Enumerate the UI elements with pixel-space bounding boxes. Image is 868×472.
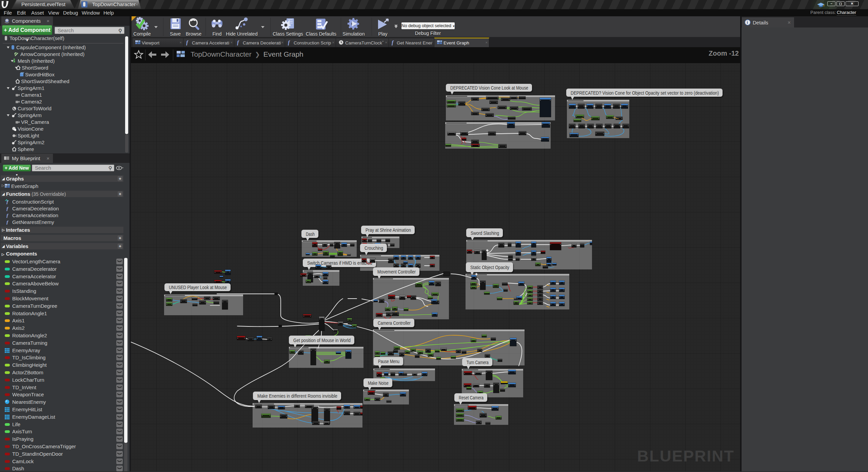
svg-text:f: f [6,206,9,211]
svg-text:f: f [392,40,394,45]
svg-text:Camera Controller: Camera Controller [378,320,411,326]
svg-text:f: f [6,199,9,204]
svg-text:f: f [186,40,189,45]
svg-text:f: f [288,40,290,45]
svg-text:Sword Slashing: Sword Slashing [471,230,499,236]
svg-text:Static Object Opacity: Static Object Opacity [470,264,509,270]
svg-text:UNUSED Player Look at Mouse: UNUSED Player Look at Mouse [169,284,227,290]
svg-text:Make Enemies in different Room: Make Enemies in different Rooms invisibl… [257,393,337,399]
svg-text:f: f [237,40,239,45]
svg-text:f: f [6,213,9,218]
svg-text:Movement Controller: Movement Controller [377,269,416,275]
svg-text:f: f [6,220,9,225]
svg-text:Pray at Shrine Animation: Pray at Shrine Animation [366,227,411,233]
svg-text:Dash: Dash [306,231,315,237]
svg-text:Pause Menu: Pause Menu [378,358,399,364]
svg-text:Turn Camera: Turn Camera [467,359,489,365]
svg-text:Get position of Mouse in World: Get position of Mouse in World [293,337,351,343]
svg-text:Crouching: Crouching [364,245,383,251]
svg-text:BLUEPRINT: BLUEPRINT [637,447,734,465]
svg-text:Reset Camera: Reset Camera [459,395,484,400]
svg-text:DEPRECATED? Vision Cone for Ob: DEPRECATED? Vision Cone for Object Opaci… [571,90,719,96]
svg-text:DEPRECATED Vision Cone Look at: DEPRECATED Vision Cone Look at Mouse [450,85,528,91]
svg-text:Make Noise: Make Noise [368,380,389,386]
